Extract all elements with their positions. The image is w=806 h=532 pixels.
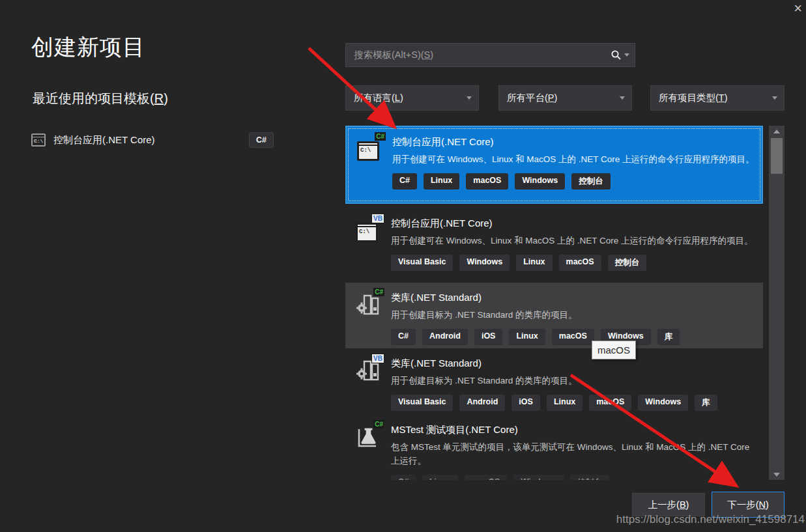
template-tags: C# Linux macOS Windows 控制台 — [392, 173, 755, 189]
template-tags: Visual Basic Windows Linux macOS 控制台 — [391, 255, 756, 271]
template-description: 用于创建目标为 .NET Standard 的类库的项目。 — [391, 374, 756, 388]
tag: macOS — [465, 475, 507, 480]
tag: 库 — [695, 395, 717, 411]
template-title: 类库(.NET Standard) — [391, 292, 756, 304]
tag: Android — [422, 329, 468, 345]
tag: Visual Basic — [391, 395, 453, 411]
class-library-icon: C# — [356, 292, 382, 318]
console-app-icon: C:\ C# — [357, 136, 383, 162]
template-description: 用于创建可在 Windows、Linux 和 MacOS 上的 .NET Cor… — [392, 153, 755, 167]
watermark-url: https://blog.csdn.net/weixin_41598714 — [616, 513, 805, 526]
filter-project-type-label: 所有项目类型(T) — [659, 92, 728, 104]
tag: Linux — [424, 173, 459, 189]
template-row-classlib-csharp[interactable]: C# 类库(.NET Standard) 用于创建目标为 .NET Standa… — [345, 283, 763, 348]
tag: Android — [459, 395, 505, 411]
template-row-mstest[interactable]: C# MSTest 测试项目(.NET Core) 包含 MSTest 单元测试… — [345, 415, 763, 480]
console-app-icon: C:\ — [31, 133, 46, 147]
triangle-up-icon — [773, 130, 780, 133]
tag: C# — [391, 329, 416, 345]
search-dropdown-caret-icon — [624, 53, 629, 57]
scrollbar-down-button[interactable] — [769, 469, 784, 480]
filter-platform-label: 所有平台(P) — [507, 92, 557, 104]
template-title: 控制台应用(.NET Core) — [391, 217, 756, 230]
tag: Windows — [459, 255, 510, 271]
triangle-down-icon — [773, 473, 780, 477]
tag: iOS — [474, 329, 503, 345]
tag: 控制台 — [608, 255, 647, 271]
search-icon — [611, 49, 622, 61]
search-button[interactable] — [611, 49, 629, 61]
template-row-classlib-vb[interactable]: VB 类库(.NET Standard) 用于创建目标为 .NET Standa… — [345, 348, 763, 414]
tag: iOS — [511, 395, 540, 411]
template-title: MSTest 测试项目(.NET Core) — [391, 424, 756, 436]
chevron-down-icon — [772, 96, 777, 100]
scrollbar[interactable] — [769, 126, 784, 480]
tag: C# — [392, 173, 417, 189]
template-tags: C# Linux macOS Windows 控制台 — [391, 475, 756, 480]
chevron-down-icon — [620, 96, 625, 100]
filter-language-dropdown[interactable]: 所有语言(L) — [345, 85, 479, 111]
tag: Windows — [513, 475, 564, 480]
template-description: 用于创建可在 Windows、Linux 和 MacOS 上的 .NET Cor… — [391, 234, 756, 248]
template-tags: Visual Basic Android iOS Linux macOS Win… — [391, 395, 756, 411]
tag: Linux — [422, 475, 458, 480]
tag: macOS — [559, 255, 601, 271]
chevron-down-icon — [467, 96, 472, 100]
tooltip: macOS — [592, 341, 636, 359]
tag: 控制台 — [571, 173, 611, 189]
console-app-icon: C:\ VB — [356, 217, 382, 244]
recent-templates-heading: 最近使用的项目模板(R) — [33, 90, 168, 107]
template-list: C:\ C# 控制台应用(.NET Core) 用于创建可在 Windows、L… — [345, 126, 763, 480]
tag: Linux — [516, 255, 552, 271]
template-description: 包含 MSTest 单元测试的项目，该单元测试可在 Windows、Linux … — [391, 441, 756, 468]
recent-template-label: 控制台应用(.NET Core) — [53, 134, 249, 147]
template-title: 控制台应用(.NET Core) — [392, 136, 755, 148]
template-title: 类库(.NET Standard) — [391, 357, 756, 370]
tag: Linux — [547, 395, 583, 411]
tag: C# — [391, 475, 416, 480]
template-tags: C# Android iOS Linux macOS Windows 库 — [391, 329, 756, 345]
template-description: 用于创建目标为 .NET Standard 的类库的项目。 — [391, 309, 756, 322]
scrollbar-thumb[interactable] — [771, 138, 783, 174]
template-row-console-vb[interactable]: C:\ VB 控制台应用(.NET Core) 用于创建可在 Windows、L… — [345, 208, 763, 281]
search-input[interactable]: 搜索模板(Alt+S)(S) — [345, 43, 635, 67]
tag: macOS — [552, 329, 594, 345]
search-placeholder: 搜索模板(Alt+S)(S) — [354, 49, 611, 61]
tag: 控制台 — [570, 475, 609, 480]
test-flask-icon: C# — [356, 424, 382, 450]
recent-template-item[interactable]: C:\ 控制台应用(.NET Core) C# — [31, 129, 274, 151]
template-row-console-csharp[interactable]: C:\ C# 控制台应用(.NET Core) 用于创建可在 Windows、L… — [345, 126, 763, 204]
tag: macOS — [466, 173, 508, 189]
filter-project-type-dropdown[interactable]: 所有项目类型(T) — [650, 85, 784, 111]
close-icon[interactable]: × — [794, 1, 802, 16]
scrollbar-up-button[interactable] — [769, 126, 784, 137]
filter-language-label: 所有语言(L) — [354, 92, 403, 104]
page-title: 创建新项目 — [31, 33, 145, 63]
language-badge: C# — [249, 132, 274, 148]
filter-platform-dropdown[interactable]: 所有平台(P) — [498, 85, 632, 111]
tag: Visual Basic — [391, 255, 453, 271]
tag: Windows — [638, 395, 688, 411]
tag: 库 — [657, 329, 680, 345]
tag: Linux — [509, 329, 545, 345]
tag: Windows — [515, 173, 565, 189]
tag: macOS — [589, 395, 631, 411]
class-library-icon: VB — [356, 357, 382, 384]
